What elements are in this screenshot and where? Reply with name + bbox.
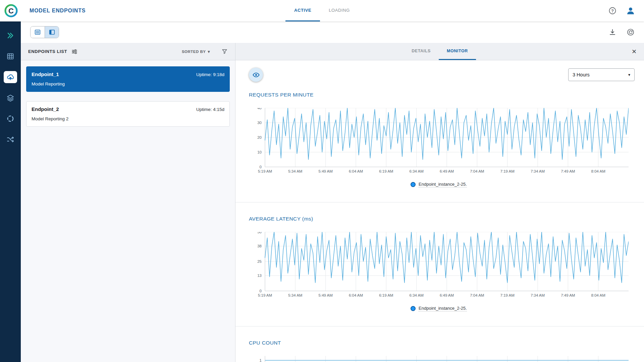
tab-monitor[interactable]: MONITOR <box>439 43 476 60</box>
filter-funnel-icon <box>221 48 228 55</box>
eye-icon <box>252 71 260 79</box>
split-view-icon <box>48 28 56 36</box>
page-title: MODEL ENDPOINTS <box>30 8 86 14</box>
svg-text:6:34 AM: 6:34 AM <box>410 169 424 173</box>
svg-text:5:34 AM: 5:34 AM <box>288 169 302 173</box>
svg-text:7:34 AM: 7:34 AM <box>531 169 545 173</box>
legend-label[interactable]: Endpoint_instance_2-25. <box>419 182 467 187</box>
rail-item-segments[interactable] <box>4 113 17 125</box>
endpoint-card[interactable]: Endpoint_1 Uptime: 9:18d Model Reporting <box>26 66 230 92</box>
filter-button[interactable] <box>221 48 228 55</box>
svg-text:0: 0 <box>260 165 262 169</box>
help-button[interactable]: ? <box>608 7 616 15</box>
rail-item-layers[interactable] <box>4 92 17 104</box>
layers-icon <box>6 94 14 102</box>
average-latency-chart[interactable]: 0132538505:19 AM5:34 AM5:49 AM6:04 AM6:1… <box>249 232 629 299</box>
auto-refresh-button[interactable] <box>627 28 635 36</box>
monitor-body: 3 Hours ▾ REQUESTS PER MINUTE 0102030405… <box>235 60 644 362</box>
close-icon: ✕ <box>632 48 637 55</box>
user-icon <box>626 6 635 15</box>
endpoints-list: Endpoint_1 Uptime: 9:18d Model Reporting… <box>21 60 235 133</box>
endpoint-uptime: Uptime: 4:15d <box>196 107 224 112</box>
cpu-count-chart[interactable]: 1 <box>249 356 629 362</box>
cpu-count-section: CPU COUNT 1 <box>235 326 644 362</box>
download-button[interactable] <box>608 28 616 36</box>
time-range-select[interactable]: 3 Hours ▾ <box>568 68 635 81</box>
svg-text:7:19 AM: 7:19 AM <box>500 293 515 297</box>
visibility-button[interactable] <box>249 68 263 82</box>
svg-text:6:19 AM: 6:19 AM <box>379 293 393 297</box>
svg-text:?: ? <box>611 9 614 13</box>
rail-item-pipelines[interactable] <box>4 133 17 145</box>
svg-text:5:19 AM: 5:19 AM <box>258 293 272 297</box>
endpoint-name: Endpoint_1 <box>32 71 59 77</box>
endpoints-panel: ENDPOINTS LIST SORTED BY ▾ <box>21 43 235 362</box>
endpoint-subtitle: Model Reporting 2 <box>32 116 224 121</box>
legend-dot-icon <box>411 182 416 187</box>
split-view-button[interactable] <box>45 26 59 38</box>
download-icon <box>608 28 616 36</box>
tab-loading[interactable]: LOADING <box>320 0 359 21</box>
rail-item-data[interactable] <box>4 50 17 62</box>
svg-text:7:49 AM: 7:49 AM <box>561 169 575 173</box>
svg-text:13: 13 <box>257 274 262 278</box>
svg-text:8:04 AM: 8:04 AM <box>591 169 605 173</box>
double-chevron-icon <box>6 32 14 40</box>
rail-item-sessions[interactable] <box>4 29 17 42</box>
chart-legend: Endpoint_instance_2-25. <box>249 182 629 187</box>
svg-text:5:49 AM: 5:49 AM <box>319 293 333 297</box>
topbar: C MODEL ENDPOINTS ACTIVE LOADING ? <box>0 0 644 21</box>
svg-text:7:19 AM: 7:19 AM <box>500 169 515 173</box>
app-logo-icon[interactable]: C <box>3 3 19 18</box>
monitor-tabs: DETAILS MONITOR <box>404 43 476 60</box>
requests-per-minute-chart[interactable]: 0102030405:19 AM5:34 AM5:49 AM6:04 AM6:1… <box>249 108 629 175</box>
svg-text:25: 25 <box>257 259 262 263</box>
list-view-button[interactable] <box>31 26 45 38</box>
svg-text:6:49 AM: 6:49 AM <box>440 169 454 173</box>
data-grid-icon <box>6 52 14 60</box>
sorted-by-dropdown[interactable]: SORTED BY ▾ <box>182 49 210 54</box>
endpoints-list-title: ENDPOINTS LIST <box>28 49 67 54</box>
svg-text:C: C <box>8 7 14 15</box>
endpoint-card[interactable]: Endpoint_2 Uptime: 4:15d Model Reporting… <box>26 101 230 127</box>
tab-details[interactable]: DETAILS <box>404 43 439 60</box>
tune-icon <box>71 48 78 55</box>
monitor-panel-header: DETAILS MONITOR ✕ <box>235 43 644 60</box>
svg-text:0: 0 <box>260 289 262 293</box>
svg-text:6:19 AM: 6:19 AM <box>379 169 393 173</box>
user-avatar[interactable] <box>626 6 635 15</box>
close-panel-button[interactable]: ✕ <box>632 48 637 55</box>
tune-button[interactable] <box>71 48 78 55</box>
legend-label[interactable]: Endpoint_instance_2-25. <box>419 306 467 311</box>
model-endpoints-icon <box>6 73 14 81</box>
svg-text:20: 20 <box>257 135 262 139</box>
auto-refresh-icon <box>627 28 635 36</box>
chart-title: REQUESTS PER MINUTE <box>249 92 629 98</box>
svg-text:30: 30 <box>257 121 262 125</box>
svg-text:6:04 AM: 6:04 AM <box>349 293 363 297</box>
topbar-tabs: ACTIVE LOADING <box>285 0 359 21</box>
tab-active[interactable]: ACTIVE <box>285 0 320 21</box>
help-icon: ? <box>608 7 616 15</box>
list-view-icon <box>34 28 41 36</box>
time-range-value: 3 Hours <box>573 72 590 77</box>
shuffle-icon <box>6 135 14 143</box>
svg-text:5:34 AM: 5:34 AM <box>288 293 302 297</box>
sorted-by-label: SORTED BY <box>182 50 206 54</box>
svg-text:5:49 AM: 5:49 AM <box>319 169 333 173</box>
svg-text:1: 1 <box>260 358 262 362</box>
chart-title: AVERAGE LATENCY (ms) <box>249 216 629 222</box>
chart-legend: Endpoint_instance_2-25. <box>249 306 629 311</box>
svg-text:38: 38 <box>257 244 262 248</box>
svg-text:7:34 AM: 7:34 AM <box>531 293 545 297</box>
endpoint-name: Endpoint_2 <box>32 106 59 112</box>
svg-text:6:49 AM: 6:49 AM <box>440 293 454 297</box>
nav-rail <box>0 21 21 362</box>
rail-item-model-endpoints[interactable] <box>4 71 17 83</box>
endpoint-uptime: Uptime: 9:18d <box>196 72 224 77</box>
view-mode-toggle <box>30 26 59 38</box>
endpoints-panel-header: ENDPOINTS LIST SORTED BY ▾ <box>21 43 235 60</box>
segments-icon <box>6 115 14 123</box>
svg-text:7:04 AM: 7:04 AM <box>470 293 484 297</box>
monitor-panel: DETAILS MONITOR ✕ <box>235 43 644 362</box>
